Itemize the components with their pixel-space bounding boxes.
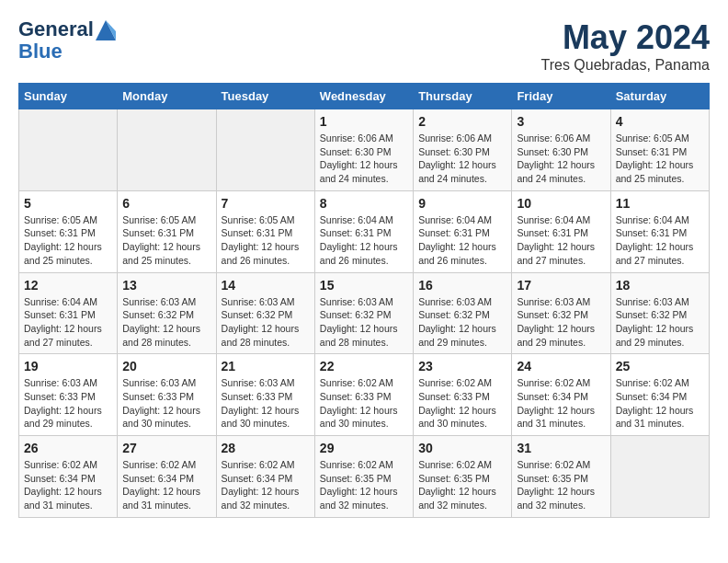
day-info: Sunrise: 6:02 AM Sunset: 6:34 PM Dayligh… (222, 458, 310, 512)
title-block: May 2024 Tres Quebradas, Panama (541, 18, 711, 74)
day-number: 5 (24, 196, 112, 211)
col-monday: Monday (118, 84, 216, 109)
table-row: 4Sunrise: 6:05 AM Sunset: 6:31 PM Daylig… (610, 109, 709, 191)
day-info: Sunrise: 6:03 AM Sunset: 6:32 PM Dayligh… (222, 295, 310, 350)
day-info: Sunrise: 6:03 AM Sunset: 6:33 PM Dayligh… (122, 376, 210, 431)
logo-blue: Blue (18, 40, 116, 63)
day-info: Sunrise: 6:02 AM Sunset: 6:35 PM Dayligh… (517, 458, 605, 512)
day-info: Sunrise: 6:03 AM Sunset: 6:32 PM Dayligh… (122, 295, 210, 350)
table-row: 29Sunrise: 6:02 AM Sunset: 6:35 PM Dayli… (314, 436, 413, 518)
table-row: 31Sunrise: 6:02 AM Sunset: 6:35 PM Dayli… (512, 436, 610, 518)
day-number: 10 (517, 196, 605, 211)
table-row: 5Sunrise: 6:05 AM Sunset: 6:31 PM Daylig… (19, 190, 118, 272)
day-number: 15 (320, 278, 408, 293)
table-row (610, 436, 709, 518)
day-info: Sunrise: 6:05 AM Sunset: 6:31 PM Dayligh… (616, 132, 704, 186)
col-wednesday: Wednesday (314, 84, 413, 109)
table-row (19, 109, 118, 191)
calendar-table: Sunday Monday Tuesday Wednesday Thursday… (18, 83, 710, 518)
day-number: 19 (24, 359, 112, 373)
table-row: 11Sunrise: 6:04 AM Sunset: 6:31 PM Dayli… (610, 190, 709, 272)
table-row: 2Sunrise: 6:06 AM Sunset: 6:30 PM Daylig… (414, 109, 512, 191)
calendar-week-row: 5Sunrise: 6:05 AM Sunset: 6:31 PM Daylig… (19, 190, 710, 272)
logo-icon (96, 20, 116, 40)
table-row: 10Sunrise: 6:04 AM Sunset: 6:31 PM Dayli… (512, 190, 610, 272)
day-number: 27 (122, 441, 210, 455)
day-info: Sunrise: 6:03 AM Sunset: 6:33 PM Dayligh… (222, 376, 310, 431)
table-row: 6Sunrise: 6:05 AM Sunset: 6:31 PM Daylig… (118, 190, 216, 272)
col-friday: Friday (512, 84, 610, 109)
table-row: 1Sunrise: 6:06 AM Sunset: 6:30 PM Daylig… (314, 109, 413, 191)
table-row: 7Sunrise: 6:05 AM Sunset: 6:31 PM Daylig… (216, 190, 314, 272)
col-thursday: Thursday (414, 84, 512, 109)
day-info: Sunrise: 6:02 AM Sunset: 6:34 PM Dayligh… (616, 376, 704, 431)
day-info: Sunrise: 6:03 AM Sunset: 6:32 PM Dayligh… (517, 295, 605, 350)
day-info: Sunrise: 6:04 AM Sunset: 6:31 PM Dayligh… (24, 295, 112, 350)
day-number: 13 (122, 278, 210, 293)
table-row: 9Sunrise: 6:04 AM Sunset: 6:31 PM Daylig… (414, 190, 512, 272)
day-number: 30 (418, 441, 506, 455)
calendar-week-row: 1Sunrise: 6:06 AM Sunset: 6:30 PM Daylig… (19, 109, 710, 191)
day-info: Sunrise: 6:04 AM Sunset: 6:31 PM Dayligh… (517, 213, 605, 268)
day-info: Sunrise: 6:05 AM Sunset: 6:31 PM Dayligh… (222, 213, 310, 268)
table-row: 26Sunrise: 6:02 AM Sunset: 6:34 PM Dayli… (19, 436, 118, 518)
day-number: 18 (616, 278, 704, 293)
day-info: Sunrise: 6:04 AM Sunset: 6:31 PM Dayligh… (320, 213, 408, 268)
logo: General Blue (18, 18, 116, 63)
header-row: Sunday Monday Tuesday Wednesday Thursday… (19, 84, 710, 109)
table-row: 28Sunrise: 6:02 AM Sunset: 6:34 PM Dayli… (216, 436, 314, 518)
logo-text: General (18, 18, 116, 40)
day-info: Sunrise: 6:02 AM Sunset: 6:35 PM Dayligh… (320, 458, 408, 512)
table-row: 24Sunrise: 6:02 AM Sunset: 6:34 PM Dayli… (512, 354, 610, 436)
day-number: 7 (222, 196, 310, 211)
day-info: Sunrise: 6:02 AM Sunset: 6:34 PM Dayligh… (24, 458, 112, 512)
day-number: 9 (418, 196, 506, 211)
table-row: 12Sunrise: 6:04 AM Sunset: 6:31 PM Dayli… (19, 272, 118, 354)
table-row: 17Sunrise: 6:03 AM Sunset: 6:32 PM Dayli… (512, 272, 610, 354)
day-number: 11 (616, 196, 704, 211)
day-info: Sunrise: 6:03 AM Sunset: 6:32 PM Dayligh… (320, 295, 408, 350)
table-row: 21Sunrise: 6:03 AM Sunset: 6:33 PM Dayli… (216, 354, 314, 436)
calendar-week-row: 19Sunrise: 6:03 AM Sunset: 6:33 PM Dayli… (19, 354, 710, 436)
month-year-title: May 2024 (541, 18, 711, 57)
day-number: 1 (320, 114, 408, 129)
location-subtitle: Tres Quebradas, Panama (541, 57, 711, 74)
col-saturday: Saturday (610, 84, 709, 109)
day-info: Sunrise: 6:03 AM Sunset: 6:32 PM Dayligh… (418, 295, 506, 350)
day-info: Sunrise: 6:06 AM Sunset: 6:30 PM Dayligh… (517, 132, 605, 186)
page-header: General Blue May 2024 Tres Quebradas, Pa… (18, 18, 710, 74)
table-row: 22Sunrise: 6:02 AM Sunset: 6:33 PM Dayli… (314, 354, 413, 436)
day-info: Sunrise: 6:02 AM Sunset: 6:34 PM Dayligh… (517, 376, 605, 431)
calendar-week-row: 12Sunrise: 6:04 AM Sunset: 6:31 PM Dayli… (19, 272, 710, 354)
day-info: Sunrise: 6:02 AM Sunset: 6:33 PM Dayligh… (418, 376, 506, 431)
day-number: 4 (616, 114, 704, 129)
day-number: 16 (418, 278, 506, 293)
table-row: 27Sunrise: 6:02 AM Sunset: 6:34 PM Dayli… (118, 436, 216, 518)
table-row: 25Sunrise: 6:02 AM Sunset: 6:34 PM Dayli… (610, 354, 709, 436)
day-number: 17 (517, 278, 605, 293)
day-number: 12 (24, 278, 112, 293)
day-info: Sunrise: 6:05 AM Sunset: 6:31 PM Dayligh… (122, 213, 210, 268)
day-number: 2 (418, 114, 506, 129)
col-tuesday: Tuesday (216, 84, 314, 109)
day-number: 23 (418, 359, 506, 373)
table-row: 18Sunrise: 6:03 AM Sunset: 6:32 PM Dayli… (610, 272, 709, 354)
day-number: 25 (616, 359, 704, 373)
day-number: 31 (517, 441, 605, 455)
table-row: 14Sunrise: 6:03 AM Sunset: 6:32 PM Dayli… (216, 272, 314, 354)
calendar-week-row: 26Sunrise: 6:02 AM Sunset: 6:34 PM Dayli… (19, 436, 710, 518)
day-info: Sunrise: 6:05 AM Sunset: 6:31 PM Dayligh… (24, 213, 112, 268)
table-row: 8Sunrise: 6:04 AM Sunset: 6:31 PM Daylig… (314, 190, 413, 272)
day-number: 6 (122, 196, 210, 211)
table-row: 23Sunrise: 6:02 AM Sunset: 6:33 PM Dayli… (414, 354, 512, 436)
day-number: 29 (320, 441, 408, 455)
day-info: Sunrise: 6:03 AM Sunset: 6:32 PM Dayligh… (616, 295, 704, 350)
day-number: 28 (222, 441, 310, 455)
day-info: Sunrise: 6:04 AM Sunset: 6:31 PM Dayligh… (616, 213, 704, 268)
day-info: Sunrise: 6:04 AM Sunset: 6:31 PM Dayligh… (418, 213, 506, 268)
day-number: 14 (222, 278, 310, 293)
table-row: 3Sunrise: 6:06 AM Sunset: 6:30 PM Daylig… (512, 109, 610, 191)
col-sunday: Sunday (19, 84, 118, 109)
day-info: Sunrise: 6:02 AM Sunset: 6:33 PM Dayligh… (320, 376, 408, 431)
table-row: 19Sunrise: 6:03 AM Sunset: 6:33 PM Dayli… (19, 354, 118, 436)
